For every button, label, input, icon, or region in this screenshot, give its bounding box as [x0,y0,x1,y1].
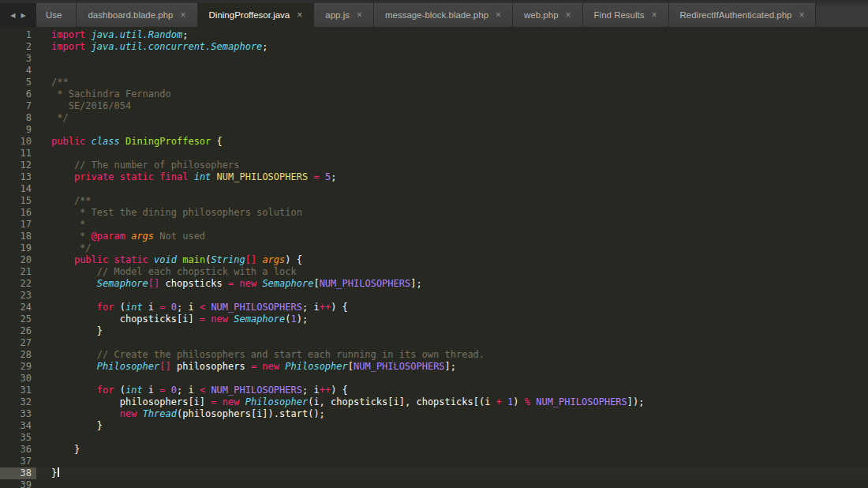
code-line[interactable]: 3 [0,53,868,65]
line-number: 16 [0,207,36,219]
tab-label: web.php [524,10,558,20]
tab-message-block.blade.php[interactable]: message-block.blade.php× [374,3,513,27]
tab-web.php[interactable]: web.php× [513,3,583,27]
code-line[interactable]: 34 } [0,420,868,432]
tab-RedirectIfAuthenticated.php[interactable]: RedirectIfAuthenticated.php× [669,3,817,27]
code-line[interactable]: 38} [0,467,868,479]
tab-close-icon[interactable]: × [799,10,804,20]
code-text: new Thread(philosophers[i]).start(); [36,408,868,420]
tab-strip: Usedashboard.blade.php×DiningProffesor.j… [36,3,868,27]
tab-scroll-right-icon[interactable]: ▶ [21,12,26,19]
code-text [36,373,868,385]
code-text: public static void main(String[] args) { [36,254,868,266]
code-line[interactable]: 10public class DiningProffesor { [0,136,868,148]
code-line[interactable]: 29 Philosopher[] philosophers = new Phil… [0,361,868,373]
line-number: 24 [0,302,36,313]
tab-DiningProffesor.java[interactable]: DiningProffesor.java× [198,3,315,27]
code-text [36,124,868,136]
tab-app.js[interactable]: app.js× [314,3,374,27]
code-line[interactable]: 16 * Test the dining philosophers soluti… [0,207,868,219]
line-number: 32 [0,396,36,408]
code-line[interactable]: 23 [0,290,868,302]
code-line[interactable]: 15 /** [0,195,868,207]
code-area[interactable]: 1import java.util.Random;2import java.ut… [0,27,868,488]
code-line[interactable]: 12 // The number of philosophers [0,160,868,171]
tab-scroll-left-icon[interactable]: ◀ [10,12,15,19]
code-text: import java.util.Random; [36,29,868,41]
code-line[interactable]: 11 [0,148,868,160]
line-number: 33 [0,408,36,420]
code-text [36,290,868,302]
tab-Use[interactable]: Use [36,3,77,27]
code-text: * [36,219,868,231]
line-number: 35 [0,432,36,444]
line-number: 27 [0,337,36,349]
code-line[interactable]: 33 new Thread(philosophers[i]).start(); [0,408,868,420]
code-text [36,479,868,488]
line-number: 4 [0,65,36,77]
line-number: 10 [0,136,36,148]
code-text: * Sachindra Fernando [36,88,868,100]
line-number: 19 [0,242,36,254]
line-number: 23 [0,290,36,302]
code-text: /** [36,195,868,207]
code-text [36,148,868,160]
tab-close-icon[interactable]: × [297,10,302,20]
line-number: 15 [0,195,36,207]
code-line[interactable]: 7 SE/2016/054 [0,100,868,112]
code-line[interactable]: 25 chopsticks[i] = new Semaphore(1); [0,313,868,325]
code-line[interactable]: 39 [0,479,868,488]
tab-label: dashboard.blade.php [88,10,173,20]
code-text: Philosopher[] philosophers = new Philoso… [36,361,868,373]
line-number: 21 [0,266,36,278]
code-line[interactable]: 20 public static void main(String[] args… [0,254,868,266]
line-number: 9 [0,124,36,136]
code-line[interactable]: 18 * @param args Not used [0,231,868,242]
line-number: 12 [0,160,36,171]
code-text: SE/2016/054 [36,100,868,112]
line-number: 1 [0,29,36,41]
code-line[interactable]: 37 [0,456,868,467]
line-number: 6 [0,88,36,100]
code-line[interactable]: 24 for (int i = 0; i < NUM_PHILOSOPHERS;… [0,302,868,313]
code-line[interactable]: 30 [0,373,868,385]
line-number: 36 [0,444,36,456]
tab-close-icon[interactable]: × [357,10,362,20]
tab-Find Results[interactable]: Find Results× [583,3,669,27]
code-line[interactable]: 8 */ [0,112,868,124]
code-text: private static final int NUM_PHILOSOPHER… [36,171,868,183]
code-line[interactable]: 31 for (int i = 0; i < NUM_PHILOSOPHERS;… [0,385,868,396]
code-text: */ [36,242,868,254]
code-line[interactable]: 4 [0,65,868,77]
code-editor-window: ◀ ▶ Usedashboard.blade.php×DiningProffes… [0,0,868,488]
code-line[interactable]: 1import java.util.Random; [0,29,868,41]
code-line[interactable]: 5/** [0,77,868,88]
code-text [36,183,868,195]
line-number: 31 [0,385,36,396]
code-line[interactable]: 22 Semaphore[] chopsticks = new Semaphor… [0,278,868,290]
code-line[interactable]: 26 } [0,325,868,337]
tab-close-icon[interactable]: × [181,10,186,20]
code-line[interactable]: 36 } [0,444,868,456]
tab-close-icon[interactable]: × [496,10,501,20]
code-text: } [36,444,868,456]
line-number: 38 [0,467,36,479]
code-line[interactable]: 9 [0,124,868,136]
code-line[interactable]: 21 // Model each chopstick with a lock [0,266,868,278]
tab-dashboard.blade.php[interactable]: dashboard.blade.php× [77,3,197,27]
tab-scroll-nav: ◀ ▶ [0,3,36,27]
code-line[interactable]: 6 * Sachindra Fernando [0,88,868,100]
code-text: import java.util.concurrent.Semaphore; [36,41,868,53]
code-line[interactable]: 2import java.util.concurrent.Semaphore; [0,41,868,53]
line-number: 7 [0,100,36,112]
code-line[interactable]: 14 [0,183,868,195]
code-line[interactable]: 35 [0,432,868,444]
code-line[interactable]: 27 [0,337,868,349]
tab-close-icon[interactable]: × [651,10,657,20]
code-line[interactable]: 19 */ [0,242,868,254]
code-line[interactable]: 13 private static final int NUM_PHILOSOP… [0,171,868,183]
code-line[interactable]: 17 * [0,219,868,231]
code-line[interactable]: 28 // Create the philosophers and start … [0,349,868,361]
code-line[interactable]: 32 philosophers[i] = new Philosopher(i, … [0,396,868,408]
tab-close-icon[interactable]: × [566,10,571,20]
